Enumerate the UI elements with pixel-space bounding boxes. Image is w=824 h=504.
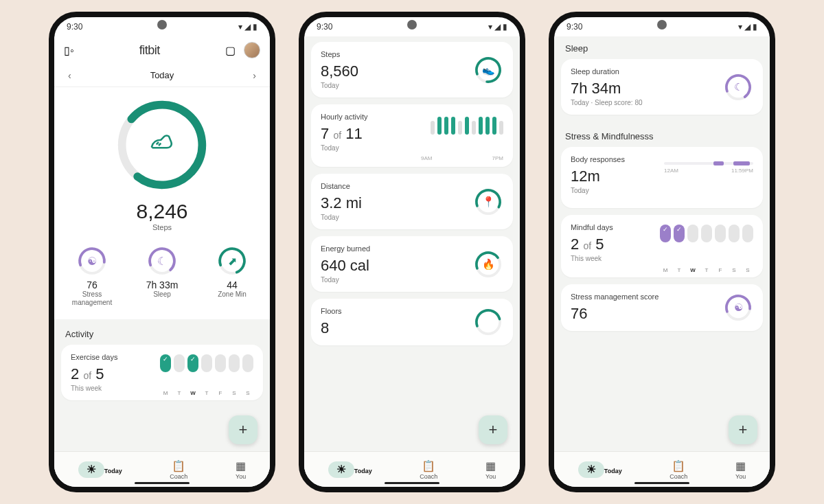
home-indicator [135, 482, 190, 484]
stress-icon: ☯ [87, 255, 97, 268]
metric-zone-value: 44 [198, 279, 267, 290]
nav-coach[interactable]: 📋Coach [670, 459, 687, 480]
sunrise-icon: ☀ [586, 463, 596, 476]
moon-icon: ☾ [734, 81, 743, 93]
nav-today[interactable]: ☀Today [78, 461, 122, 478]
body-resp-timeline: 12AM11:59PM [664, 162, 753, 174]
section-activity: Activity [61, 319, 263, 345]
card-body-responses[interactable]: Body responses 12m Today 12AM11:59PM [561, 147, 763, 208]
clipboard-icon: 📋 [170, 459, 187, 472]
card-floors[interactable]: Floors 8 [311, 299, 513, 345]
zone-icon: ⬈ [228, 255, 237, 268]
camera-notch [407, 20, 417, 30]
camera-notch [657, 20, 667, 30]
nav-today[interactable]: ☀Today [328, 461, 372, 478]
card-distance[interactable]: Distance 3.2 mi Today 📍 [311, 174, 513, 229]
chevron-left-icon[interactable]: ‹ [68, 70, 71, 81]
mindful-day-labels: MTWTFSS [660, 267, 753, 273]
pin-icon: 📍 [482, 196, 495, 208]
clipboard-icon: 📋 [420, 459, 437, 472]
section-stress: Stress & Mindfulnesss [561, 122, 763, 147]
shoe-icon [148, 128, 176, 161]
card-hourly[interactable]: Hourly activity 7 of 11 Today 9AM7PM [311, 104, 513, 167]
shoe-icon: 👟 [482, 64, 495, 76]
status-icons: ▾◢▮ [738, 22, 757, 32]
steps-ring [114, 97, 210, 193]
section-sleep: Sleep [561, 39, 763, 59]
brand-logo: fitbit [139, 43, 160, 58]
card-sleep-duration[interactable]: Sleep duration 7h 34m Today · Sleep scor… [561, 59, 763, 115]
metric-stress-value: 76 [58, 279, 127, 290]
topbar: ▯◦ fitbit ▢ [54, 36, 270, 64]
sunrise-icon: ☀ [336, 463, 346, 476]
card-stress-score[interactable]: Stress management score 76 ☯ [561, 284, 763, 331]
hero-steps-label: Steps [54, 223, 270, 231]
card-energy[interactable]: Energy burned 640 cal Today 🔥 [311, 236, 513, 292]
fab-add[interactable]: + [229, 415, 258, 444]
status-time: 9:30 [566, 22, 582, 32]
moon-icon: ☾ [157, 255, 167, 268]
phone-1: 9:30 ▾ ◢ ▮ ▯◦ fitbit ▢ ‹ Today › [49, 12, 275, 492]
plus-icon: + [239, 421, 248, 439]
card-exercise-days[interactable]: Exercise days 2 of 5 This week MTWTFSS [61, 345, 263, 400]
home-indicator [634, 482, 689, 484]
nav-coach[interactable]: 📋Coach [420, 459, 437, 480]
nav-you[interactable]: ▦You [735, 459, 746, 480]
chat-icon[interactable]: ▢ [225, 44, 236, 57]
camera-notch [157, 20, 167, 30]
chevron-right-icon[interactable]: › [253, 70, 256, 81]
signal-icon: ◢ [244, 22, 251, 32]
metric-stress[interactable]: ☯ 76 Stressmanagement [58, 245, 127, 307]
fab-add[interactable]: + [479, 415, 507, 444]
exercise-day-labels: MTWTFSS [160, 390, 253, 396]
mindful-day-pills [660, 225, 753, 242]
status-icons: ▾ ◢ ▮ [238, 22, 258, 32]
home-indicator [385, 482, 439, 484]
nav-you[interactable]: ▦You [485, 459, 496, 480]
nav-coach[interactable]: 📋Coach [170, 459, 187, 480]
hero-steps-value: 8,246 [54, 200, 270, 223]
body-resp-sub: Today [571, 187, 753, 194]
status-bar: 9:30 ▾ ◢ ▮ [54, 17, 270, 36]
status-bar: 9:30 ▾◢▮ [554, 17, 770, 36]
metric-zone-label: Zone Min [198, 290, 267, 299]
card-mindful-days[interactable]: Mindful days 2 of 5 This week MTWTFSS [561, 215, 763, 277]
status-time: 9:30 [317, 22, 332, 32]
sunrise-icon: ☀ [87, 463, 96, 476]
card-steps[interactable]: Steps 8,560 Today 👟 [311, 42, 513, 98]
exercise-days-a: 2 [71, 365, 79, 382]
grid-icon: ▦ [485, 459, 496, 472]
exercise-day-pills [160, 354, 253, 372]
metric-sleep-label: Sleep [128, 290, 197, 299]
grid-icon: ▦ [735, 459, 746, 472]
clipboard-icon: 📋 [670, 459, 687, 472]
plus-icon: + [739, 421, 748, 439]
fab-add[interactable]: + [729, 415, 757, 444]
metric-sleep-value: 7h 33m [128, 279, 197, 290]
nav-today[interactable]: ☀Today [578, 461, 622, 478]
flame-icon: 🔥 [482, 258, 495, 271]
hourly-labels: 9AM7PM [421, 155, 503, 161]
metric-zone[interactable]: ⬈ 44 Zone Min [198, 245, 267, 307]
phone-2: 9:30 ▾◢▮ Steps 8,560 Today 👟 Hourly acti… [299, 12, 525, 492]
metric-stress-label: Stressmanagement [58, 290, 127, 307]
battery-icon: ▮ [253, 22, 258, 32]
stress-icon: ☯ [734, 301, 743, 314]
exercise-days-b: 5 [95, 365, 104, 382]
metric-sleep[interactable]: ☾ 7h 33m Sleep [128, 245, 197, 307]
hero-steps[interactable]: 8,246 Steps [54, 87, 270, 237]
avatar[interactable] [244, 42, 260, 58]
plus-icon: + [489, 421, 498, 439]
mindful-sub: This week [571, 255, 753, 262]
day-selector: ‹ Today › [54, 64, 270, 87]
hourly-bars [431, 117, 503, 135]
metric-row: ☯ 76 Stressmanagement ☾ 7h 33m Sleep ⬈ 4… [54, 237, 270, 319]
device-icon[interactable]: ▯◦ [64, 44, 74, 57]
phone-3: 9:30 ▾◢▮ Sleep Sleep duration 7h 34m Tod… [549, 12, 775, 492]
day-label: Today [150, 70, 174, 80]
hourly-sub: Today [321, 144, 503, 152]
status-icons: ▾◢▮ [488, 22, 507, 32]
status-bar: 9:30 ▾◢▮ [304, 17, 520, 36]
nav-you[interactable]: ▦You [236, 459, 246, 480]
status-time: 9:30 [67, 22, 82, 32]
